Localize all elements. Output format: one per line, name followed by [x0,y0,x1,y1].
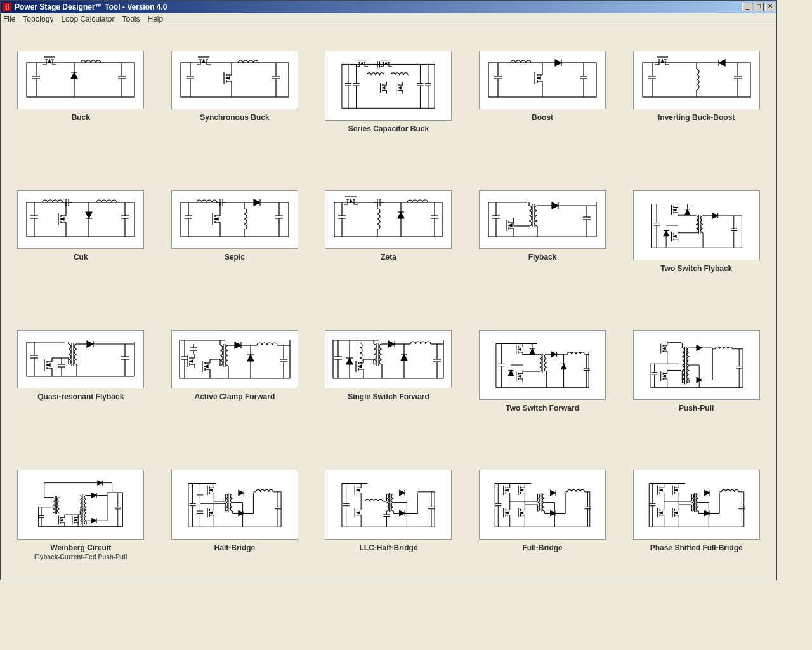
svg-rect-56 [27,202,134,237]
topology-act-clamp-fwd[interactable]: Active Clamp Forward [167,330,303,413]
titlebar: ti Power Stage Designer™ Tool - Version … [1,1,776,13]
schematic-icon [325,51,452,121]
topology-single-sw-fwd[interactable]: Single Switch Forward [321,330,456,413]
schematic-icon [17,190,144,249]
schematic-icon [325,330,452,388]
topology-label: LLC-Half-Bridge [359,543,417,552]
topology-label: Two Switch Flyback [660,264,732,273]
topology-cuk[interactable]: Cuk [13,190,148,273]
topology-push-pull[interactable]: Push-Pull [629,330,764,413]
schematic-icon [479,51,606,109]
menubar: File Topology Loop Calculator Tools Help [1,13,776,25]
topology-label: Boost [532,113,553,122]
svg-rect-215 [37,481,124,529]
topology-qr-flyback[interactable]: Quasi-resonant Flyback [13,330,148,413]
schematic-icon [479,330,606,400]
topology-half-bridge[interactable]: Half-Bridge [167,470,303,560]
schematic-icon [325,190,452,249]
topology-sync-buck[interactable]: Synchronous Buck [167,51,303,133]
topology-sublabel: Flyback-Current-Fed Push-Pull [34,554,128,560]
menu-topology[interactable]: Topology [23,15,53,23]
schematic-icon [171,190,298,249]
schematic-icon [325,470,452,540]
schematic-icon [479,470,606,540]
topology-label: Cuk [74,253,88,262]
close-button[interactable]: ✕ [765,3,775,11]
schematic-icon [17,51,144,109]
topology-label: Two Switch Forward [506,404,579,413]
topology-grid: Buck Synchronous Buck [13,51,764,560]
schematic-icon [171,330,298,388]
topology-label: Active Clamp Forward [195,392,275,401]
schematic-icon [171,470,298,540]
schematic-icon [633,470,760,540]
svg-text:ti: ti [5,4,9,11]
topology-buck[interactable]: Buck [13,51,148,133]
menu-tools[interactable]: Tools [122,15,140,23]
svg-rect-26 [181,63,289,97]
svg-rect-74 [334,202,442,237]
topology-ps-full-bridge[interactable]: Phase Shifted Full-Bridge [629,470,764,560]
menu-file[interactable]: File [3,15,15,23]
topology-flyback[interactable]: Flyback [475,190,610,273]
app-window: ti Power Stage Designer™ Tool - Version … [0,0,777,580]
window-title: Power Stage Designer™ Tool - Version 4.0 [15,3,741,11]
menu-help[interactable]: Help [147,15,163,23]
topology-full-bridge[interactable]: Full-Bridge [475,470,610,560]
topology-label: Buck [72,113,90,122]
topology-label: Weinberg Circuit [50,543,111,552]
schematic-icon [479,190,606,249]
topology-grid-container: Buck Synchronous Buck [1,25,776,580]
menu-loop-calculator[interactable]: Loop Calculator [61,15,114,23]
topology-label: Inverting Buck-Boost [658,113,735,122]
schematic-icon [17,330,144,388]
schematic-icon [17,470,144,540]
topology-series-cap-buck[interactable]: Series Capacitor Buck [321,51,456,133]
schematic-icon [633,330,760,400]
topology-two-sw-flyback[interactable]: Two Switch Flyback [629,190,764,273]
topology-label: Full-Bridge [522,543,562,552]
schematic-icon [633,51,760,109]
topology-label: Half-Bridge [214,543,256,552]
schematic-icon [171,51,298,109]
topology-sepic[interactable]: Sepic [167,190,303,273]
topology-label: Flyback [528,253,557,262]
topology-label: Quasi-resonant Flyback [37,392,124,401]
topology-llc-half-bridge[interactable]: LLC-Half-Bridge [321,470,456,560]
schematic-icon [633,190,760,260]
topology-label: Single Switch Forward [348,392,429,401]
topology-inv-buck-boost[interactable]: Inverting Buck-Boost [629,51,764,133]
minimize-button[interactable]: _ [742,3,752,11]
topology-zeta[interactable]: Zeta [321,190,456,273]
topology-label: Synchronous Buck [200,113,269,122]
topology-weinberg[interactable]: Weinberg Circuit Flyback-Current-Fed Pus… [13,470,148,560]
ti-logo-icon: ti [2,2,12,12]
svg-rect-33 [342,64,435,108]
topology-label: Phase Shifted Full-Bridge [650,543,743,552]
svg-rect-65 [181,202,289,237]
topology-boost[interactable]: Boost [475,51,610,133]
topology-label: Series Capacitor Buck [348,124,429,133]
topology-label: Push-Pull [679,404,714,413]
topology-label: Zeta [381,253,396,262]
topology-two-sw-fwd[interactable]: Two Switch Forward [475,330,610,413]
svg-rect-19 [27,63,134,97]
topology-label: Sepic [225,253,245,262]
window-controls: _ □ ✕ [741,3,775,11]
maximize-button[interactable]: □ [754,3,764,11]
